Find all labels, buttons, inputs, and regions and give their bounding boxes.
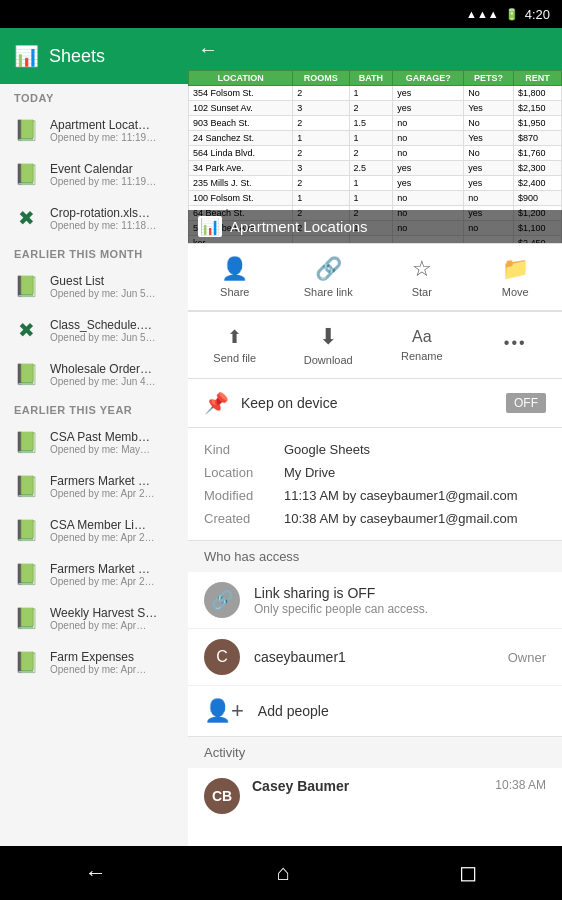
- back-icon[interactable]: ←: [198, 38, 218, 61]
- share-label: Share: [220, 286, 249, 298]
- sidebar-file-item[interactable]: 📗Event CalendarOpened by me: 11:19…: [0, 152, 188, 196]
- sheet-cell: 1: [349, 191, 393, 206]
- sheet-cell: 3: [293, 101, 349, 116]
- rename-icon: Aa: [412, 328, 432, 346]
- share-link-button[interactable]: 🔗 Share link: [282, 244, 376, 310]
- sheet-cell: no: [464, 191, 514, 206]
- sheet-cell: 903 Beach St.: [189, 116, 293, 131]
- pin-icon: 📌: [204, 391, 229, 415]
- sheet-cell: 1: [349, 131, 393, 146]
- sidebar-file-item[interactable]: ✖Class_Schedule.…Opened by me: Jun 5…: [0, 308, 188, 352]
- keep-on-device-label: Keep on device: [241, 395, 494, 411]
- metadata-value: My Drive: [284, 465, 335, 480]
- file-type-icon: 📗: [10, 114, 42, 146]
- keep-on-device-row: 📌 Keep on device OFF: [188, 379, 562, 428]
- file-name: Guest List: [50, 274, 178, 288]
- link-sharing-info: Link sharing is OFF Only specific people…: [254, 585, 546, 616]
- sheet-cell: yes: [464, 176, 514, 191]
- add-people-row[interactable]: 👤+ Add people: [188, 686, 562, 737]
- sidebar-file-item[interactable]: ✖Crop-rotation.xls…Opened by me: 11:18…: [0, 196, 188, 240]
- sidebar-file-item[interactable]: 📗Farmers Market …Opened by me: Apr 2…: [0, 552, 188, 596]
- rename-button[interactable]: Aa Rename: [375, 312, 469, 378]
- action-bar-row2: ⬆ Send file ⬇ Download Aa Rename •••: [188, 311, 562, 379]
- share-button[interactable]: 👤 Share: [188, 244, 282, 310]
- sheet-cell: $2,400: [514, 176, 562, 191]
- sheet-cell: Yes: [464, 101, 514, 116]
- file-meta: Opened by me: Jun 5…: [50, 332, 178, 343]
- sheet-cell: 3: [293, 161, 349, 176]
- file-type-icon: 📗: [10, 270, 42, 302]
- metadata-row: KindGoogle Sheets: [204, 438, 546, 461]
- sheet-cell: 2: [293, 146, 349, 161]
- details-panel[interactable]: 📌 Keep on device OFF KindGoogle SheetsLo…: [188, 379, 562, 846]
- sidebar-file-item[interactable]: 📗CSA Member Li…Opened by me: Apr 2…: [0, 508, 188, 552]
- file-meta: Opened by me: 11:19…: [50, 132, 178, 143]
- sheet-preview: ← LOCATIONROOMSBATHGARAGE?PETS?RENT 354 …: [188, 28, 562, 243]
- sidebar-file-item[interactable]: 📗Farmers Market …Opened by me: Apr 2…: [0, 464, 188, 508]
- sheet-cell: No: [464, 116, 514, 131]
- sheet-row: 34 Park Ave.32.5yesyes$2,300: [189, 161, 562, 176]
- file-meta: Opened by me: Apr…: [50, 620, 178, 631]
- move-button[interactable]: 📁 Move: [469, 244, 563, 310]
- sheet-column-header: RENT: [514, 71, 562, 86]
- keep-on-device-toggle[interactable]: OFF: [506, 393, 546, 413]
- home-nav-button[interactable]: ⌂: [276, 860, 289, 886]
- sheet-cell: Yes: [464, 131, 514, 146]
- metadata-section: KindGoogle SheetsLocationMy DriveModifie…: [188, 428, 562, 541]
- back-nav-button[interactable]: ←: [85, 860, 107, 886]
- recent-nav-button[interactable]: ◻: [459, 860, 477, 886]
- send-file-button[interactable]: ⬆ Send file: [188, 312, 282, 378]
- add-person-icon: 👤+: [204, 698, 244, 724]
- status-time: 4:20: [525, 7, 550, 22]
- file-type-icon: 📗: [10, 646, 42, 678]
- status-bar: ▲▲▲ 🔋 4:20: [0, 0, 562, 28]
- share-link-icon: 🔗: [315, 256, 342, 282]
- sheet-row: 235 Mills J. St.21yesyes$2,400: [189, 176, 562, 191]
- share-icon: 👤: [221, 256, 248, 282]
- sidebar-file-item[interactable]: 📗Apartment Locat…Opened by me: 11:19…: [0, 108, 188, 152]
- sidebar-file-item[interactable]: 📗Farm ExpensesOpened by me: Apr…: [0, 640, 188, 684]
- sheet-cell: $900: [514, 191, 562, 206]
- sheet-cell: 2: [293, 86, 349, 101]
- file-name: Farmers Market …: [50, 474, 178, 488]
- sidebar-file-item[interactable]: 📗Wholesale Order…Opened by me: Jun 4…: [0, 352, 188, 396]
- sheet-cell: $870: [514, 131, 562, 146]
- star-button[interactable]: ☆ Star: [375, 244, 469, 310]
- sheet-cell: 2: [349, 146, 393, 161]
- sheet-cell: $2,150: [514, 101, 562, 116]
- file-meta: Opened by me: Apr…: [50, 664, 178, 675]
- user-access-item: C caseybaumer1 Owner: [188, 629, 562, 686]
- sheet-cell: 34 Park Ave.: [189, 161, 293, 176]
- file-meta: Opened by me: Apr 2…: [50, 532, 178, 543]
- rename-label: Rename: [401, 350, 443, 362]
- share-link-label: Share link: [304, 286, 353, 298]
- sheet-cell: 564 Linda Blvd.: [189, 146, 293, 161]
- file-overlay-icon: 📊: [198, 216, 222, 237]
- sheet-column-header: BATH: [349, 71, 393, 86]
- sidebar-file-item[interactable]: 📗Weekly Harvest S…Opened by me: Apr…: [0, 596, 188, 640]
- sheet-header-bar: ←: [188, 28, 562, 70]
- move-icon: 📁: [502, 256, 529, 282]
- sheet-cell: yes: [464, 161, 514, 176]
- sidebar: 📊 Sheets TODAY📗Apartment Locat…Opened by…: [0, 28, 188, 846]
- sheet-row: 564 Linda Blvd.22noNo$1,760: [189, 146, 562, 161]
- download-button[interactable]: ⬇ Download: [282, 312, 376, 378]
- sidebar-file-item[interactable]: 📗Guest ListOpened by me: Jun 5…: [0, 264, 188, 308]
- sheet-row: 24 Sanchez St.11noYes$870: [189, 131, 562, 146]
- metadata-key: Modified: [204, 488, 284, 503]
- metadata-value: Google Sheets: [284, 442, 370, 457]
- sheet-cell: 1: [349, 86, 393, 101]
- file-type-icon: 📗: [10, 426, 42, 458]
- sheet-column-header: PETS?: [464, 71, 514, 86]
- sheet-cell: 1: [293, 191, 349, 206]
- file-overlay-title: Apartment Locations: [230, 218, 368, 235]
- link-sharing-title: Link sharing is OFF: [254, 585, 546, 601]
- sheet-cell: No: [464, 146, 514, 161]
- file-meta: Opened by me: Jun 4…: [50, 376, 178, 387]
- more-button[interactable]: •••: [469, 312, 563, 378]
- sheet-cell: yes: [393, 161, 464, 176]
- sidebar-file-item[interactable]: 📗CSA Past Memb…Opened by me: May…: [0, 420, 188, 464]
- download-label: Download: [304, 354, 353, 366]
- sheet-cell: 100 Folsom St.: [189, 191, 293, 206]
- file-name: CSA Member Li…: [50, 518, 178, 532]
